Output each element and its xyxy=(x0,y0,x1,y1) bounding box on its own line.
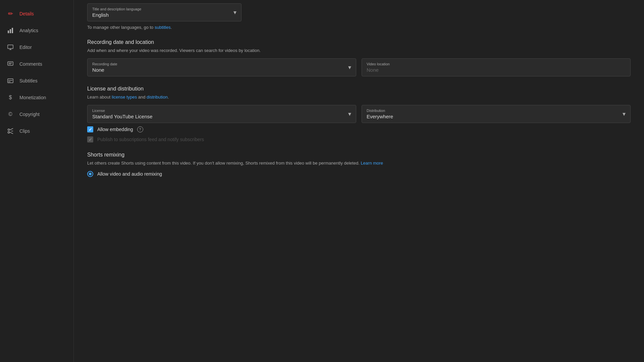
manage-languages-text: To manage other languages, go to subtitl… xyxy=(87,25,631,30)
allow-remixing-label: Allow video and audio remixing xyxy=(97,171,162,177)
allow-embedding-checkbox[interactable]: ✓ xyxy=(87,126,93,132)
sidebar-label-copyright: Copyright xyxy=(19,112,40,117)
license-value: Standard YouTube License xyxy=(92,114,153,119)
sidebar-label-analytics: Analytics xyxy=(19,28,38,33)
language-dropdown[interactable]: Title and description language English ▾ xyxy=(87,3,241,21)
allow-embedding-label: Allow embedding xyxy=(97,127,133,132)
comment-icon xyxy=(7,60,14,68)
license-title: License and distribution xyxy=(87,86,631,92)
main-content: Title and description language English ▾… xyxy=(74,0,644,362)
allow-remixing-row: Allow video and audio remixing xyxy=(87,171,631,177)
allow-embedding-checkmark-icon: ✓ xyxy=(89,127,92,132)
sidebar-item-details[interactable]: ✏ Details xyxy=(0,5,73,22)
svg-rect-1 xyxy=(10,29,11,33)
distribution-label: Distribution xyxy=(367,109,617,113)
language-section: Title and description language English ▾ xyxy=(87,3,631,21)
distribution-link[interactable]: distribution xyxy=(147,95,168,100)
pencil-icon: ✏ xyxy=(7,10,14,17)
svg-rect-6 xyxy=(8,62,13,65)
publish-subscription-row: ✓ Publish to subscriptions feed and noti… xyxy=(87,136,631,142)
allow-embedding-help-icon[interactable]: ? xyxy=(137,126,143,132)
subtitles-link[interactable]: subtitles xyxy=(155,25,171,30)
shorts-desc: Let others create Shorts using content f… xyxy=(87,161,631,166)
distribution-dropdown[interactable]: Distribution Everywhere ▾ xyxy=(362,105,631,123)
svg-rect-3 xyxy=(8,45,13,49)
bar-chart-icon xyxy=(7,27,14,34)
video-location-value: None xyxy=(367,67,379,73)
subtitles-icon xyxy=(7,77,14,84)
sidebar-label-clips: Clips xyxy=(19,128,30,134)
sidebar-label-subtitles: Subtitles xyxy=(19,78,38,83)
language-chevron-down-icon: ▾ xyxy=(233,9,236,16)
license-types-link[interactable]: license types xyxy=(112,95,137,100)
svg-line-14 xyxy=(10,128,13,130)
sidebar-item-copyright[interactable]: © Copyright xyxy=(0,106,73,123)
video-location-dropdown[interactable]: Video location None xyxy=(362,58,631,76)
sidebar-item-analytics[interactable]: Analytics xyxy=(0,22,73,39)
language-value: English xyxy=(92,12,109,18)
publish-subscription-checkbox[interactable]: ✓ xyxy=(87,136,93,142)
license-section: License and distribution Learn about lic… xyxy=(87,86,631,123)
sidebar-label-details: Details xyxy=(19,11,34,16)
recording-date-value: None xyxy=(92,67,104,73)
copyright-icon: © xyxy=(7,111,14,118)
license-dropdown[interactable]: License Standard YouTube License ▾ xyxy=(87,105,356,123)
recording-dropdowns: Recording date None ▾ Video location Non… xyxy=(87,58,631,76)
sidebar-label-editor: Editor xyxy=(19,45,32,50)
svg-line-15 xyxy=(10,132,13,134)
license-desc: Learn about license types and distributi… xyxy=(87,95,631,100)
sidebar-item-comments[interactable]: Comments xyxy=(0,56,73,72)
recording-date-wrapper: Recording date None ▾ xyxy=(87,58,356,76)
svg-rect-9 xyxy=(8,79,13,83)
monitor-icon xyxy=(7,44,14,51)
distribution-value: Everywhere xyxy=(367,114,393,119)
sidebar-item-editor[interactable]: Editor xyxy=(0,39,73,56)
license-dropdown-wrapper: License Standard YouTube License ▾ xyxy=(87,105,356,123)
shorts-section: Shorts remixing Let others create Shorts… xyxy=(87,152,631,177)
license-chevron-icon: ▾ xyxy=(348,110,351,118)
svg-point-13 xyxy=(8,132,10,133)
sidebar-item-clips[interactable]: Clips xyxy=(0,123,73,139)
sidebar-item-subtitles[interactable]: Subtitles xyxy=(0,72,73,89)
sidebar-item-monetization[interactable]: $ Monetization xyxy=(0,89,73,106)
sidebar-label-monetization: Monetization xyxy=(19,95,46,100)
recording-date-chevron-icon: ▾ xyxy=(348,64,351,71)
dollar-icon: $ xyxy=(7,94,14,101)
shorts-title: Shorts remixing xyxy=(87,152,631,158)
shorts-learn-more-link[interactable]: Learn more xyxy=(361,161,383,166)
allow-embedding-row: ✓ Allow embedding ? xyxy=(87,126,631,132)
recording-date-label: Recording date xyxy=(92,62,342,66)
distribution-dropdown-wrapper: Distribution Everywhere ▾ xyxy=(362,105,631,123)
recording-section: Recording date and location Add when and… xyxy=(87,39,631,76)
language-label: Title and description language xyxy=(92,7,228,11)
recording-desc: Add when and where your video was record… xyxy=(87,48,631,53)
recording-date-dropdown[interactable]: Recording date None ▾ xyxy=(87,58,356,76)
svg-rect-2 xyxy=(12,28,13,33)
video-location-wrapper: Video location None xyxy=(362,58,631,76)
recording-title: Recording date and location xyxy=(87,39,631,45)
publish-subscription-checkmark-icon: ✓ xyxy=(89,137,92,142)
distribution-chevron-icon: ▾ xyxy=(623,110,626,118)
sidebar-label-comments: Comments xyxy=(19,61,42,67)
license-dropdowns: License Standard YouTube License ▾ Distr… xyxy=(87,105,631,123)
allow-remixing-radio-inner xyxy=(89,173,92,175)
video-location-label: Video location xyxy=(367,62,617,66)
publish-subscription-label: Publish to subscriptions feed and notify… xyxy=(97,137,204,142)
allow-remixing-radio[interactable] xyxy=(87,171,93,177)
svg-rect-0 xyxy=(8,31,9,33)
scissors-icon xyxy=(7,127,14,135)
svg-point-12 xyxy=(8,129,10,131)
license-label: License xyxy=(92,109,342,113)
sidebar: ✏ Details Analytics Editor xyxy=(0,0,74,362)
